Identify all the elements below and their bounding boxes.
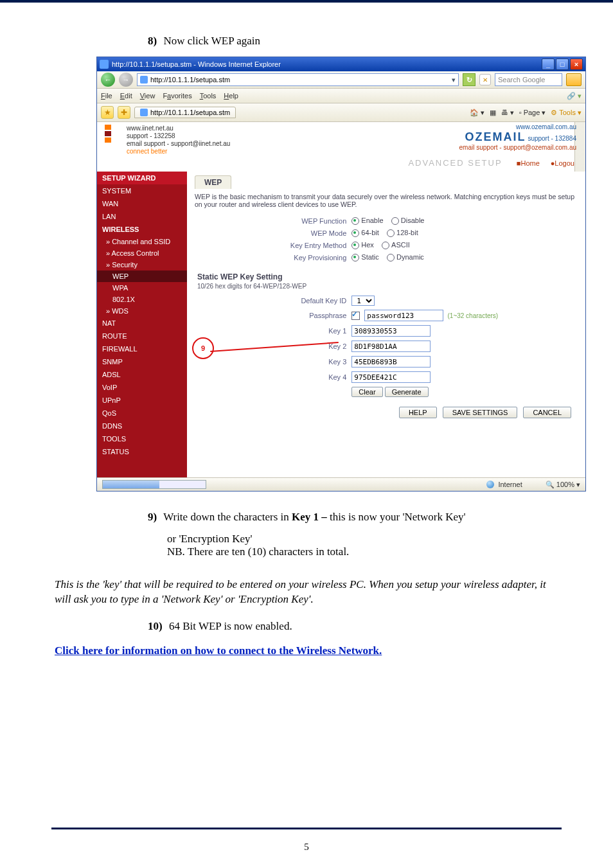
step9-line3: NB. There are ten (10) characters in tot…: [167, 545, 562, 558]
sidebar-ddns[interactable]: DDNS: [97, 420, 187, 432]
sidebar-access-control[interactable]: » Access Control: [97, 247, 187, 259]
key1-input[interactable]: [351, 325, 431, 337]
default-key-select[interactable]: 1: [351, 296, 375, 306]
sidebar-wpa[interactable]: WPA: [97, 282, 187, 294]
iinet-email: email support - support@iinet.net.au: [127, 140, 230, 148]
ie-tab-row: ★ ✚ http://10.1.1.1/setupa.stm 🏠 ▾ ▦ 🖶 ▾…: [97, 103, 585, 122]
menu-edit[interactable]: Edit: [120, 92, 132, 100]
menu-tools[interactable]: Tools: [200, 92, 217, 100]
radio-hex[interactable]: [351, 242, 359, 249]
step-9: 9) Write down the characters in Key 1 – …: [148, 511, 562, 524]
passphrase-input[interactable]: [364, 310, 443, 321]
generate-button[interactable]: Generate: [385, 387, 429, 397]
connect-wireless-link[interactable]: Click here for information on how to con…: [55, 644, 558, 657]
menu-favorites[interactable]: Favorites: [163, 92, 191, 100]
sidebar-adsl[interactable]: ADSL: [97, 368, 187, 381]
sidebar-snmp[interactable]: SNMP: [97, 355, 187, 368]
menu-help[interactable]: Help: [224, 92, 238, 100]
status-zone: Internet 🔍 100% ▾: [486, 481, 580, 489]
passphrase-checkbox[interactable]: [351, 312, 360, 320]
sidebar-setup-wizard[interactable]: SETUP WIZARD: [97, 172, 187, 184]
radio-ascii[interactable]: [382, 242, 389, 249]
key2-input[interactable]: [351, 341, 431, 352]
radio-static[interactable]: [351, 254, 359, 261]
internet-zone-icon: [486, 481, 494, 488]
sidebar-8021x[interactable]: 802.1X: [97, 294, 187, 305]
home-icon[interactable]: 🏠 ▾: [470, 109, 484, 117]
menu-view[interactable]: View: [140, 92, 155, 100]
main-panel: WEP WEP is the basic mechanism to transm…: [187, 172, 585, 477]
back-button[interactable]: ←: [101, 73, 115, 87]
home-link[interactable]: ■Home: [517, 159, 540, 167]
search-input[interactable]: Search Google: [495, 73, 562, 86]
sidebar-wan[interactable]: WAN: [97, 197, 187, 210]
cancel-button[interactable]: CANCEL: [523, 407, 571, 418]
add-favorite-icon[interactable]: ✚: [118, 106, 130, 119]
page-menu[interactable]: ▫ Page ▾: [519, 109, 546, 117]
address-bar[interactable]: http://10.1.1.1/setupa.stm ▾: [137, 73, 459, 86]
window-controls: _ □ ×: [542, 58, 583, 70]
step-8: 8) Now click WEP again: [148, 35, 562, 48]
sidebar-system[interactable]: SYSTEM: [97, 184, 187, 197]
step9-line2: or 'Encryption Key': [167, 533, 562, 545]
sidebar-wds[interactable]: » WDS: [97, 305, 187, 317]
italic-note: This is the 'key' that will be required …: [55, 578, 558, 607]
sidebar-wep[interactable]: WEP: [97, 270, 187, 282]
wep-tab: WEP: [195, 175, 231, 189]
sidebar-qos[interactable]: QoS: [97, 407, 187, 420]
label-passphrase: Passphrase: [195, 308, 349, 323]
progress-bar: [102, 480, 206, 489]
sidebar-firewall[interactable]: FIREWALL: [97, 342, 187, 355]
sidebar-lan[interactable]: LAN: [97, 210, 187, 223]
footer-rule: [51, 828, 562, 829]
sidebar-channel-ssid[interactable]: » Channel and SSID: [97, 236, 187, 247]
search-go-button[interactable]: [566, 73, 582, 86]
feeds-icon[interactable]: ▦: [490, 109, 496, 117]
passphrase-hint: (1~32 characters): [447, 312, 498, 319]
menu-links-icon[interactable]: 🔗 ▾: [567, 92, 582, 100]
close-button[interactable]: ×: [570, 58, 583, 70]
help-button[interactable]: HELP: [399, 407, 437, 418]
sidebar-security[interactable]: » Security: [97, 259, 187, 270]
save-settings-button[interactable]: SAVE SETTINGS: [443, 407, 518, 418]
tab-label: http://10.1.1.1/setupa.stm: [150, 109, 230, 116]
sidebar: SETUP WIZARD SYSTEM WAN LAN WIRELESS » C…: [97, 172, 187, 477]
sidebar-status[interactable]: STATUS: [97, 445, 187, 458]
zoom-indicator[interactable]: 🔍 100% ▾: [546, 481, 580, 489]
router-page: www.iinet.net.au support - 132258 email …: [97, 122, 585, 477]
sidebar-voip[interactable]: VoIP: [97, 381, 187, 394]
tools-menu[interactable]: ⚙ Tools ▾: [551, 109, 582, 117]
ie-icon: [100, 60, 109, 69]
search-placeholder: Search Google: [498, 76, 545, 84]
screenshot: http://10.1.1.1/setupa.stm - Windows Int…: [96, 57, 585, 492]
key4-input[interactable]: [351, 371, 431, 383]
radio-enable[interactable]: [351, 217, 359, 225]
sidebar-nat[interactable]: NAT: [97, 317, 187, 330]
favorites-star-icon[interactable]: ★: [101, 106, 114, 119]
radio-disable[interactable]: [391, 217, 399, 225]
address-text: http://10.1.1.1/setupa.stm: [150, 76, 230, 84]
forward-button[interactable]: →: [119, 73, 133, 87]
sidebar-tools[interactable]: TOOLS: [97, 432, 187, 445]
menu-file[interactable]: FFileile: [101, 92, 112, 100]
print-icon[interactable]: 🖶 ▾: [501, 109, 514, 117]
label-wep-mode: WEP Mode: [195, 227, 349, 239]
maximize-button[interactable]: □: [556, 58, 569, 70]
radio-128bit[interactable]: [387, 229, 395, 237]
search-provider-icon[interactable]: ✕: [479, 74, 491, 85]
browser-tab[interactable]: http://10.1.1.1/setupa.stm: [134, 107, 236, 118]
clear-button[interactable]: Clear: [351, 387, 382, 397]
sidebar-wireless[interactable]: WIRELESS: [97, 223, 187, 236]
logout-link[interactable]: ●Logout: [551, 159, 576, 167]
radio-dynamic[interactable]: [387, 254, 395, 261]
advanced-setup-row: ADVANCED SETUP ■Home ●Logout: [97, 157, 585, 172]
go-refresh-button[interactable]: ↻: [463, 73, 475, 86]
sidebar-upnp[interactable]: UPnP: [97, 394, 187, 407]
address-dropdown-icon[interactable]: ▾: [452, 76, 456, 84]
radio-64bit[interactable]: [351, 229, 359, 237]
step9-line1-bold: Key 1 –: [292, 511, 330, 523]
minimize-button[interactable]: _: [542, 58, 555, 70]
tab-favicon-icon: [140, 109, 148, 116]
sidebar-route[interactable]: ROUTE: [97, 330, 187, 342]
key3-input[interactable]: [351, 356, 431, 368]
